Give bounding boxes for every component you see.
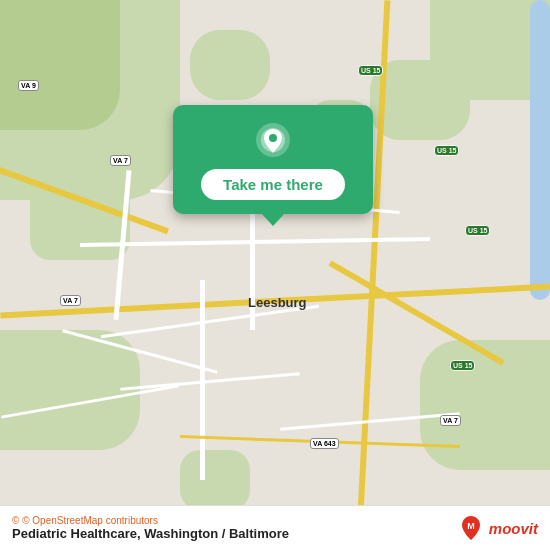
park-area-2	[0, 0, 120, 130]
location-title: Pediatric Healthcare, Washington / Balti…	[12, 526, 289, 541]
bottom-bar: © © OpenStreetMap contributors Pediatric…	[0, 505, 550, 550]
shield-va643: VA 643	[310, 438, 339, 449]
svg-point-2	[269, 134, 277, 142]
park-area-7	[420, 340, 550, 470]
bottom-left-info: © © OpenStreetMap contributors Pediatric…	[12, 515, 289, 541]
popup-card: Take me there	[173, 105, 373, 214]
moovit-text: moovit	[489, 520, 538, 537]
park-area-3	[190, 30, 270, 100]
moovit-icon: M	[457, 514, 485, 542]
shield-us15-4: US 15	[450, 360, 475, 371]
take-me-there-button[interactable]: Take me there	[201, 169, 345, 200]
location-pin-icon	[254, 121, 292, 159]
river	[530, 0, 550, 300]
map-container: Leesburg Take me there © © OpenStreetMap…	[0, 0, 550, 550]
park-area-6	[0, 330, 140, 450]
city-label: Leesburg	[248, 295, 307, 310]
osm-credit: © © OpenStreetMap contributors	[12, 515, 289, 526]
shield-va7-1: VA 7	[110, 155, 131, 166]
shield-va7-3: VA 7	[440, 415, 461, 426]
osm-credit-text: © OpenStreetMap contributors	[22, 515, 158, 526]
shield-us15-3: US 15	[465, 225, 490, 236]
shield-va9: VA 9	[18, 80, 39, 91]
park-area-8	[180, 450, 250, 510]
osm-symbol: ©	[12, 515, 19, 526]
shield-us15-2: US 15	[434, 145, 459, 156]
road-secondary-5	[200, 280, 205, 480]
park-area-9	[30, 180, 130, 260]
shield-us15-1: US 15	[358, 65, 383, 76]
moovit-logo: M moovit	[457, 514, 538, 542]
svg-text:M: M	[467, 521, 475, 531]
shield-va7-2: VA 7	[60, 295, 81, 306]
